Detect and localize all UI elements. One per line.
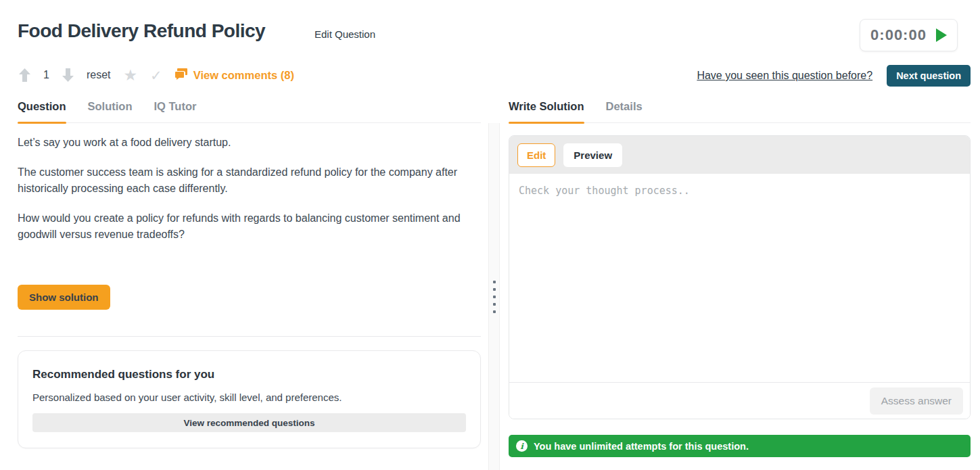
solution-editor: Edit Preview Assess answer [509,135,971,419]
attempts-banner: i You have unlimited attempts for this q… [509,435,971,457]
editor-preview-tab[interactable]: Preview [563,143,622,167]
right-tab-bar: Write Solution Details [509,100,971,123]
attempts-banner-text: You have unlimited attempts for this que… [534,441,749,452]
timer-value: 0:00:00 [870,26,927,44]
question-action-row: 1 reset ★ ✓ View comments (8) [19,66,294,84]
editor-edit-tab[interactable]: Edit [517,143,555,167]
tab-details[interactable]: Details [606,100,643,122]
left-panel-divider [18,336,481,337]
question-paragraph: Let’s say you work at a food delivery st… [18,135,469,151]
drag-dot [493,303,496,306]
solution-textarea[interactable] [509,174,970,382]
comments-icon [175,68,187,83]
mark-done-icon[interactable]: ✓ [150,68,162,83]
tab-write-solution[interactable]: Write Solution [509,100,584,122]
recommended-subtitle: Personalized based on your user activity… [32,392,466,403]
edit-question-link[interactable]: Edit Question [314,28,375,40]
recommended-questions-card: Recommended questions for you Personaliz… [18,350,481,448]
drag-dot [493,281,496,283]
page-title: Food Delivery Refund Policy [18,20,265,42]
comments-label: View comments (8) [193,69,294,82]
tab-iq-tutor[interactable]: IQ Tutor [154,100,197,122]
reset-vote-link[interactable]: reset [87,69,111,81]
play-icon[interactable] [936,28,947,42]
drag-dot [493,288,496,291]
left-tab-bar: Question Solution IQ Tutor [18,100,481,123]
recommended-title: Recommended questions for you [32,368,466,381]
question-paragraph: The customer success team is asking for … [18,164,469,197]
panel-resize-handle[interactable] [488,123,500,470]
question-page: Food Delivery Refund Policy Edit Questio… [0,0,980,470]
view-recommended-button[interactable]: View recommended questions [32,413,466,432]
tab-question[interactable]: Question [18,100,66,122]
assess-answer-button[interactable]: Assess answer [870,387,963,415]
tab-solution[interactable]: Solution [88,100,133,122]
bookmark-star-icon[interactable]: ★ [123,68,137,83]
question-paragraph: How would you create a policy for refund… [18,210,469,243]
show-solution-button[interactable]: Show solution [18,285,110,310]
next-question-button[interactable]: Next question [887,65,971,87]
upvote-icon[interactable] [19,68,30,82]
info-icon: i [516,440,528,452]
timer-widget: 0:00:00 [860,19,958,51]
seen-before-link[interactable]: Have you seen this question before? [697,70,872,82]
view-comments-link[interactable]: View comments (8) [175,68,294,83]
drag-dot [493,296,496,298]
vote-count: 1 [43,69,49,81]
question-text: Let’s say you work at a food delivery st… [18,135,469,256]
header-right-actions: Have you seen this question before? Next… [697,65,971,87]
drag-dot [493,310,496,313]
editor-footer: Assess answer [509,382,970,419]
editor-toolbar: Edit Preview [509,136,970,174]
downvote-icon[interactable] [62,68,74,82]
